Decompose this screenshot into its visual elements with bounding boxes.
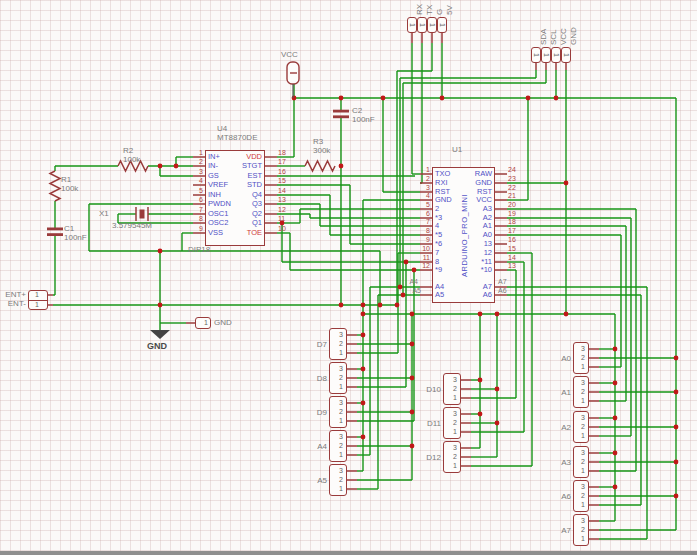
connector-label: A4 <box>303 442 327 451</box>
junction-dot <box>404 260 409 265</box>
connector-pin-cell: 2 <box>329 476 343 484</box>
u1-pin-number: 9 <box>412 236 430 244</box>
connector-pin-cell: 3 <box>329 331 343 339</box>
connector-label: D11 <box>417 419 441 428</box>
u1-pin-name: *9 <box>435 266 442 274</box>
u4-pin-name: STD <box>219 181 262 189</box>
junction-dot <box>361 333 366 338</box>
gnd-symbol-label: GND <box>147 342 167 351</box>
connector-label: D10 <box>417 385 441 394</box>
junction-dot <box>361 367 366 372</box>
u1-pin-name: A5 <box>435 291 444 299</box>
capacitor-c2-plate[interactable] <box>333 115 349 118</box>
u1-pin-name: 2 <box>435 205 439 213</box>
u4-pin-number: 15 <box>278 177 286 185</box>
resistor-r3[interactable] <box>305 161 335 171</box>
u1-ref: U1 <box>452 145 462 154</box>
junction-dot <box>410 444 415 449</box>
junction-dot <box>613 485 618 490</box>
junction-dot <box>478 412 483 417</box>
u4-pin-number: 16 <box>278 168 286 176</box>
resistor-r1[interactable] <box>50 171 60 201</box>
c2-ref: C2 <box>352 106 362 115</box>
header-i2c-cell-number: 1 <box>562 50 570 60</box>
c1-value: 100nF <box>64 233 87 242</box>
capacitor-c1-plate[interactable] <box>47 233 63 236</box>
connector-pin-cell: 2 <box>573 388 585 396</box>
net-label-a4: A4 <box>392 278 418 286</box>
connector-pin-cell: 3 <box>443 376 457 384</box>
connector-pin-cell: 2 <box>443 453 457 461</box>
junction-dot <box>174 164 179 169</box>
gnd-tap-label: GND <box>214 318 232 327</box>
crystal-x1-body[interactable] <box>140 210 145 219</box>
junction-dot <box>613 416 618 421</box>
u1-pin-number: 16 <box>508 236 516 244</box>
window-bottom-edge <box>0 551 697 555</box>
junction-dot <box>674 356 679 361</box>
connector-pin-cell: 1 <box>573 363 585 371</box>
wire-layer[interactable] <box>0 0 697 555</box>
u4-pin-name: Q1 <box>219 219 262 227</box>
connector-pin-cell: 2 <box>329 442 343 450</box>
u1-pin-name: 12 <box>449 249 492 257</box>
junction-dot <box>674 460 679 465</box>
junction-dot <box>564 312 569 317</box>
junction-dot <box>381 96 386 101</box>
connector-pin-cell: 3 <box>573 345 585 353</box>
connector-label: A7 <box>547 526 571 535</box>
u1-pin-name: *10 <box>449 266 492 274</box>
u4-pin-name: EST <box>219 172 262 180</box>
u4-pin-name: VDD <box>219 153 262 161</box>
u1-pin-number: 5 <box>412 201 430 209</box>
junction-dot <box>478 312 483 317</box>
connector-label: A5 <box>303 476 327 485</box>
u4-pin-number: 8 <box>185 215 203 223</box>
connector-pin-cell: 1 <box>329 485 343 493</box>
ent-plus-label: ENT+ <box>0 290 26 299</box>
u4-pin-name: Q3 <box>219 200 262 208</box>
connector-ent-cell-number: 1 <box>28 301 46 309</box>
connector-pin-cell: 3 <box>443 444 457 452</box>
u1-pin-name: *6 <box>435 240 442 248</box>
u1-pin-number: 21 <box>508 192 516 200</box>
gnd-symbol[interactable] <box>150 330 170 339</box>
u4-pin-number: 13 <box>278 196 286 204</box>
schematic-canvas[interactable]: 1IN+2IN-3GS4VREF5INH6PWDN7OSC18OSC29VSS1… <box>0 0 697 555</box>
junction-dot <box>674 494 679 499</box>
connector-pin-cell: 3 <box>329 467 343 475</box>
connector-ent-cell-number: 1 <box>28 291 46 299</box>
connector-pin-cell: 2 <box>573 526 585 534</box>
capacitor-c1-plate[interactable] <box>47 228 63 231</box>
u1-pin-number: 12 <box>412 262 430 270</box>
u4-pin-number: 6 <box>185 196 203 204</box>
capacitor-c2-plate[interactable] <box>333 110 349 113</box>
junction-dot <box>613 381 618 386</box>
connector-pin-cell: 1 <box>443 394 457 402</box>
u1-pin-number: 10 <box>412 245 430 253</box>
junction-dot <box>339 164 344 169</box>
u1-pin-name: 4 <box>435 222 439 230</box>
junction-dot <box>361 312 366 317</box>
u1-pin-name: A0 <box>449 231 492 239</box>
connector-label: A3 <box>547 458 571 467</box>
junction-dot <box>361 401 366 406</box>
junction-dot <box>158 164 163 169</box>
header-i2c-pin-label: GND <box>569 27 578 45</box>
u1-pin-name: RAW <box>449 170 492 178</box>
connector-pin-cell: 3 <box>329 399 343 407</box>
junction-dot <box>410 410 415 415</box>
u4-pin-number: 12 <box>278 206 286 214</box>
connector-label: D8 <box>303 374 327 383</box>
junction-dot <box>495 387 500 392</box>
u1-pin-name: A1 <box>449 222 492 230</box>
connector-pin-cell: 2 <box>573 354 585 362</box>
header-i2c-pin-label: SDA <box>539 29 548 45</box>
connector-pin-cell: 3 <box>573 517 585 525</box>
u4-value: MT8870DE <box>217 133 257 142</box>
header-serial-pin-label: TX <box>425 5 434 15</box>
r2-ref: R2 <box>123 146 133 155</box>
u4-pin-number: 4 <box>185 177 203 185</box>
net-label-a7: A7 <box>498 278 507 286</box>
u4-pin-number: 1 <box>185 149 203 157</box>
